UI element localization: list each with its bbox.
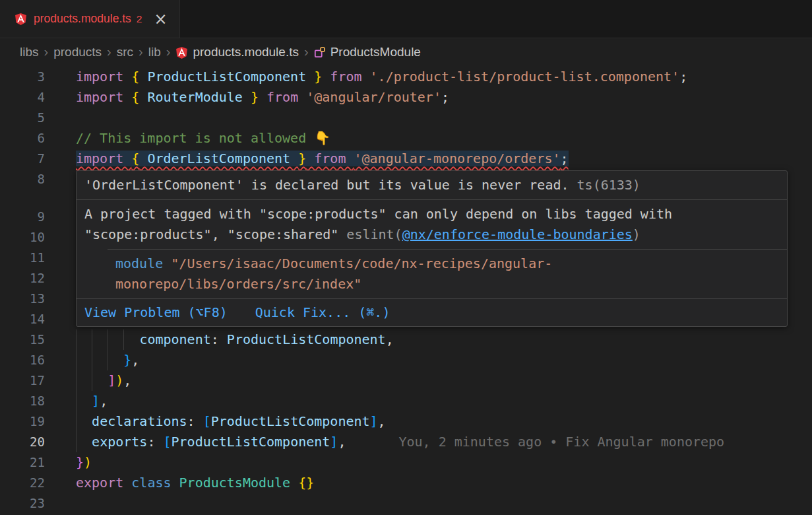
breadcrumb-separator: › <box>44 44 49 59</box>
line-number: 7 <box>0 149 45 169</box>
code-line[interactable]: 5 <box>0 108 812 128</box>
code-line[interactable]: 3import { ProductListComponent } from '.… <box>0 67 812 87</box>
token: export <box>76 475 131 491</box>
hover-text-line: 'OrderListComponent' is declared but its… <box>84 175 779 195</box>
code-line[interactable]: 22export class ProductsModule {} <box>0 473 812 493</box>
hover-code-row: module "/Users/isaac/Documents/code/nx-r… <box>108 249 787 298</box>
breadcrumb-label: libs <box>20 45 39 59</box>
angular-icon <box>15 13 27 25</box>
token: { <box>131 151 139 166</box>
token: { <box>131 69 139 85</box>
code-line[interactable]: 23 <box>0 493 812 514</box>
token: : <box>187 413 203 429</box>
code-text: // This import is not allowed 👇 <box>76 128 330 149</box>
token: ; <box>441 89 449 105</box>
hover-text-line: A project tagged with "scope:products" c… <box>84 204 779 224</box>
hover-text-line: module "/Users/isaac/Documents/code/nx-r… <box>115 254 779 274</box>
token: : <box>147 434 163 450</box>
line-number: 20 <box>0 432 45 452</box>
token: {} <box>298 475 314 491</box>
code-line[interactable]: 7import { OrderListComponent } from '@an… <box>0 149 812 169</box>
hover-action[interactable]: View Problem (⌥F8) <box>84 302 228 323</box>
token: { <box>131 89 139 105</box>
line-number: 17 <box>0 370 45 391</box>
breadcrumb-item-productsmodule[interactable]: ProductsModule <box>314 45 421 59</box>
breadcrumb-item-products[interactable]: products <box>53 45 102 59</box>
code-line[interactable]: 20 exports: [ProductListComponent],You, … <box>0 432 812 452</box>
line-number: 3 <box>0 67 45 87</box>
error-squiggle-highlight: import { OrderListComponent } from '@ang… <box>76 151 569 166</box>
token: declarations <box>92 413 187 429</box>
token: from <box>306 151 354 166</box>
breadcrumb-label: products.module.ts <box>193 45 299 59</box>
breadcrumb-item-libs[interactable]: libs <box>20 45 39 59</box>
hover-message-row: A project tagged with "scope:products" c… <box>77 199 787 249</box>
hover-tooltip: 'OrderListComponent' is declared but its… <box>76 170 788 327</box>
code-line[interactable]: 16 }, <box>0 350 812 370</box>
token: monorepo/libs/orders/src/index" <box>115 276 361 292</box>
line-number: 23 <box>0 493 45 514</box>
indent-guide <box>92 350 108 370</box>
token: eslint( <box>346 226 402 242</box>
tab-close-icon[interactable]: × <box>154 11 167 27</box>
code-text: exports: [ProductListComponent],You, 2 m… <box>76 432 724 452</box>
token: ts(6133) <box>569 177 640 193</box>
code-text: ], <box>76 391 108 411</box>
indent-guide <box>108 329 123 350</box>
line-number: 14 <box>0 309 45 329</box>
token: ] <box>108 372 115 388</box>
code-line[interactable]: 17 ]), <box>0 370 812 391</box>
token: , <box>123 372 131 388</box>
token: from <box>322 69 369 85</box>
token: A project tagged with "scope:products" c… <box>84 206 672 222</box>
hover-action[interactable]: Quick Fix... (⌘.) <box>255 302 390 323</box>
tab-error-count-badge: 2 <box>137 13 142 25</box>
code-line[interactable]: 4import { RouterModule } from '@angular/… <box>0 87 812 108</box>
breadcrumb-item-src[interactable]: src <box>117 45 133 59</box>
indent-guide <box>108 350 123 370</box>
token: import <box>76 89 131 105</box>
code-line[interactable]: 18 ], <box>0 391 812 411</box>
git-blame-annotation: You, 2 minutes ago • Fix Angular monorep… <box>398 434 724 450</box>
token: , <box>131 352 139 368</box>
code-line[interactable]: 21}) <box>0 452 812 473</box>
token: ) <box>633 226 640 242</box>
line-number: 22 <box>0 473 45 493</box>
breadcrumb-separator: › <box>304 44 309 59</box>
token: } <box>314 69 322 85</box>
token: exports <box>92 434 147 450</box>
token: ; <box>679 69 687 85</box>
code-line[interactable]: 6// This import is not allowed 👇 <box>0 128 812 149</box>
class-icon <box>314 46 326 58</box>
token: ] <box>370 413 378 429</box>
token: , <box>338 434 346 450</box>
token: [ <box>163 434 171 450</box>
tab-products-module-ts[interactable]: products.module.ts 2 × <box>0 0 180 38</box>
line-number: 5 <box>0 108 45 128</box>
token: '@angular/router' <box>306 89 441 105</box>
hover-text-line: "scope:products", "scope:shared" eslint(… <box>84 224 779 245</box>
token: } <box>251 89 259 105</box>
token: [ <box>203 413 211 429</box>
code-line[interactable]: 15 component: ProductListComponent, <box>0 329 812 350</box>
code-line[interactable]: 19 declarations: [ProductListComponent], <box>0 411 812 432</box>
hover-link[interactable]: @nx/enforce-module-boundaries <box>402 226 633 242</box>
indent-guide <box>76 329 92 350</box>
token: , <box>378 413 386 429</box>
token: import <box>76 69 131 85</box>
line-number: 21 <box>0 452 45 473</box>
token: } <box>298 151 306 166</box>
breadcrumb: libs›products›src›lib›products.module.ts… <box>0 38 812 66</box>
line-number: 9 <box>0 207 45 227</box>
breadcrumb-item-products-module-ts[interactable]: products.module.ts <box>175 45 299 59</box>
token: component <box>139 331 210 347</box>
token: } <box>76 454 84 470</box>
breadcrumb-item-lib[interactable]: lib <box>148 45 161 59</box>
indent-guide <box>76 432 92 452</box>
token: ] <box>330 434 338 450</box>
token: '@angular-monorepo/orders' <box>354 151 560 166</box>
indent-guide <box>76 370 92 391</box>
token: import <box>76 151 131 166</box>
line-number: 13 <box>0 289 45 309</box>
indent-guide <box>123 329 139 350</box>
